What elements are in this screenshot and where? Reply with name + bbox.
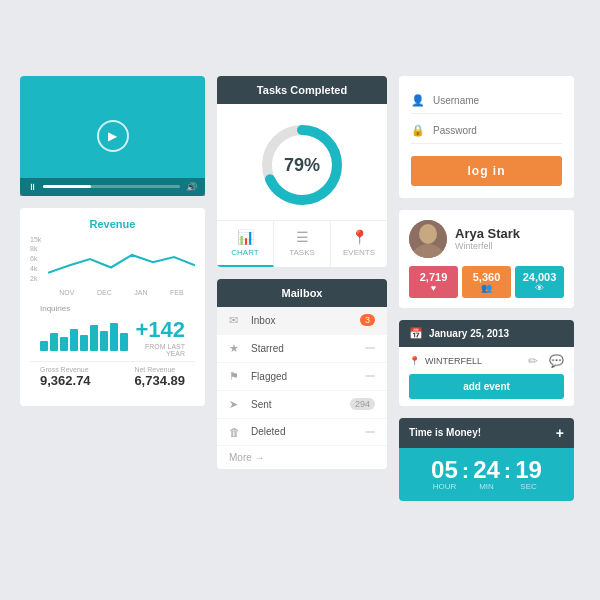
- net-value: 6,734.89: [134, 373, 185, 388]
- username-input[interactable]: [433, 95, 562, 106]
- friends-stat[interactable]: 5,360 👥: [462, 266, 511, 298]
- video-progress-bar[interactable]: [43, 185, 180, 188]
- timer-sep-1: :: [462, 458, 469, 484]
- password-input[interactable]: [433, 125, 562, 136]
- gross-value: 9,362.74: [40, 373, 91, 388]
- tasks-nav-icon: ☰: [296, 229, 309, 245]
- friends-count: 5,360: [466, 271, 507, 283]
- inbox-count: 3: [360, 314, 375, 326]
- login-card: 👤 🔒 log in: [399, 76, 574, 198]
- views-label: 👁: [535, 283, 544, 293]
- timer-body: 05 HOUR : 24 MIN : 19 SEC: [399, 448, 574, 501]
- friends-label: 👥: [481, 283, 492, 293]
- sent-label: Sent: [251, 399, 342, 410]
- calendar-icon: 📅: [409, 327, 423, 340]
- starred-label: Starred: [251, 343, 357, 354]
- bar-7: [100, 331, 108, 351]
- video-controls: ⏸ 🔊: [20, 178, 205, 196]
- timer-add-icon[interactable]: +: [556, 425, 564, 441]
- events-nav-label: EVENTS: [343, 248, 375, 257]
- starred-icon: ★: [229, 342, 243, 355]
- tasks-nav-tasks[interactable]: ☰ TASKS: [274, 221, 331, 267]
- login-button[interactable]: log in: [411, 156, 562, 186]
- mail-item-sent[interactable]: ➤ Sent 294: [217, 391, 387, 419]
- timer-minutes: 24 MIN: [473, 458, 500, 491]
- timer-seconds: 19 SEC: [515, 458, 542, 491]
- hours-value: 05: [431, 458, 458, 482]
- hearts-label: ♥: [431, 283, 436, 293]
- volume-icon[interactable]: 🔊: [186, 182, 197, 192]
- pause-icon[interactable]: ⏸: [28, 182, 37, 192]
- avatar-svg: [409, 220, 447, 258]
- timer-title: Time is Money!: [409, 427, 481, 438]
- from-last-label: FROM LAST YEAR: [128, 343, 185, 357]
- revenue-stats: Gross Revenue 9,362.74 Net Revenue 6,734…: [30, 361, 195, 396]
- bar-6: [90, 325, 98, 351]
- password-field: 🔒: [411, 118, 562, 144]
- user-icon: 👤: [411, 94, 425, 107]
- inbox-icon: ✉: [229, 314, 243, 327]
- hearts-stat[interactable]: 2,719 ♥: [409, 266, 458, 298]
- bar-4: [70, 329, 78, 351]
- chart-nav-label: CHART: [231, 248, 258, 257]
- calendar-location: 📍 WINTERFELL ✏ 💬: [409, 354, 564, 368]
- mail-item-starred[interactable]: ★ Starred: [217, 335, 387, 363]
- bar-1: [40, 341, 48, 351]
- inquiries-section: Inquiries +142 FR: [30, 296, 195, 361]
- bar-3: [60, 337, 68, 351]
- net-label: Net Revenue: [134, 366, 185, 373]
- play-icon: ▶: [108, 129, 117, 143]
- calendar-date: January 25, 2013: [429, 328, 509, 339]
- views-stat[interactable]: 24,003 👁: [515, 266, 564, 298]
- mail-item-deleted[interactable]: 🗑 Deleted: [217, 419, 387, 446]
- edit-icon[interactable]: ✏: [528, 354, 538, 368]
- bar-5: [80, 335, 88, 351]
- video-player[interactable]: ▶ ⏸ 🔊: [20, 76, 205, 196]
- views-count: 24,003: [519, 271, 560, 283]
- play-button[interactable]: ▶: [97, 120, 129, 152]
- flagged-count: [365, 375, 375, 377]
- bar-8: [110, 323, 118, 351]
- starred-count: [365, 347, 375, 349]
- timer-card: Time is Money! + 05 HOUR : 24 MIN : 19 S…: [399, 418, 574, 501]
- mail-item-inbox[interactable]: ✉ Inbox 3: [217, 307, 387, 335]
- chart-x-labels: NOV DEC JAN FEB: [48, 289, 195, 296]
- timer-hours: 05 HOUR: [431, 458, 458, 491]
- chat-icon[interactable]: 💬: [549, 354, 564, 368]
- mail-more[interactable]: More →: [217, 446, 387, 469]
- inbox-label: Inbox: [251, 315, 352, 326]
- tasks-card: Tasks Completed 79% 📊 CHART ☰ TASKS: [217, 76, 387, 267]
- calendar-body: 📍 WINTERFELL ✏ 💬 add event: [399, 347, 574, 406]
- minutes-label: MIN: [473, 482, 500, 491]
- tasks-nav: 📊 CHART ☰ TASKS 📍 EVENTS: [217, 220, 387, 267]
- profile-info: Arya Stark Winterfell: [455, 226, 520, 251]
- tasks-nav-label: TASKS: [289, 248, 315, 257]
- main-container: ▶ ⏸ 🔊 Revenue 15k 8k 6k 4k 2k: [20, 76, 580, 525]
- mail-item-flagged[interactable]: ⚑ Flagged: [217, 363, 387, 391]
- gross-label: Gross Revenue: [40, 366, 91, 373]
- donut-wrapper: 79%: [217, 104, 387, 220]
- tasks-nav-events[interactable]: 📍 EVENTS: [331, 221, 387, 267]
- location-text: WINTERFELL: [425, 356, 482, 366]
- flagged-label: Flagged: [251, 371, 357, 382]
- sent-icon: ➤: [229, 398, 243, 411]
- svg-point-3: [419, 224, 437, 244]
- revenue-title: Revenue: [30, 218, 195, 230]
- hours-label: HOUR: [431, 482, 458, 491]
- seconds-label: SEC: [515, 482, 542, 491]
- profile-name: Arya Stark: [455, 226, 520, 241]
- events-nav-icon: 📍: [351, 229, 368, 245]
- profile-header: Arya Stark Winterfell: [409, 220, 564, 258]
- chart-area: 15k 8k 6k 4k 2k NOV DEC JAN FEB: [30, 236, 195, 296]
- revenue-card: Revenue 15k 8k 6k 4k 2k NOV DEC JAN FEB: [20, 208, 205, 406]
- bar-9: [120, 333, 128, 351]
- flagged-icon: ⚑: [229, 370, 243, 383]
- timer-header: Time is Money! +: [399, 418, 574, 448]
- bar-chart: [40, 321, 128, 351]
- add-event-button[interactable]: add event: [409, 374, 564, 399]
- bar-2: [50, 333, 58, 351]
- lock-icon: 🔒: [411, 124, 425, 137]
- tasks-nav-chart[interactable]: 📊 CHART: [217, 221, 274, 267]
- inquiries-label: Inquiries: [40, 304, 185, 313]
- minutes-value: 24: [473, 458, 500, 482]
